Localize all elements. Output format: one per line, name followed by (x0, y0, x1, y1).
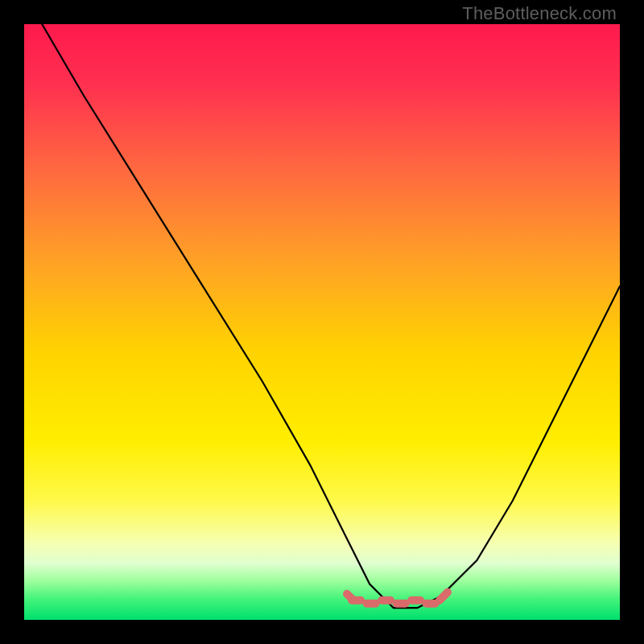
watermark-text: TheBottleneck.com (462, 3, 617, 24)
bottleneck-curve (42, 24, 620, 608)
trough-marker-line (347, 592, 448, 604)
chart-frame (24, 24, 620, 620)
chart-svg (24, 24, 620, 620)
